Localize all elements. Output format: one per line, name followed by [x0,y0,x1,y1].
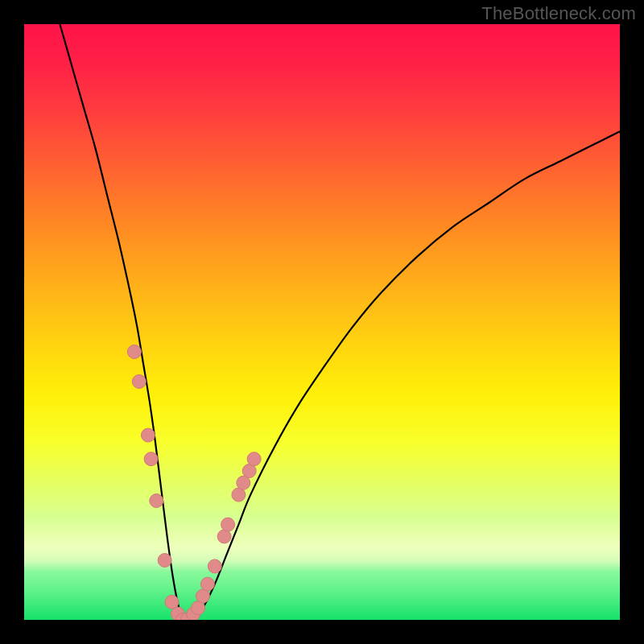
chart-plot-area [24,24,620,620]
bottleneck-curve [60,24,620,620]
curve-marker [200,577,214,591]
curve-marker [150,494,163,508]
curve-marker [127,345,141,359]
curve-marker [208,559,221,573]
curve-marker [141,428,155,442]
chart-svg [24,24,620,620]
attribution-text: TheBottleneck.com [481,3,636,24]
curve-marker [247,452,261,466]
curve-marker [158,554,171,568]
curve-marker [132,375,146,389]
curve-marker [221,518,235,531]
curve-marker [144,452,158,466]
chart-frame: TheBottleneck.com [0,0,644,644]
